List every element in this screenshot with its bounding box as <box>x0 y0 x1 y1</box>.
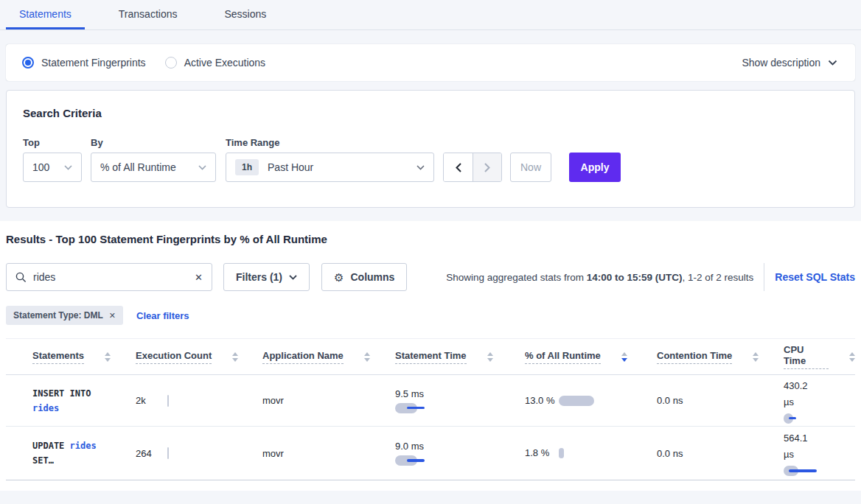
column-header-execution-count[interactable]: Execution Count <box>136 350 262 364</box>
results-section: Results - Top 100 Statement Fingerprints… <box>0 221 861 491</box>
time-range-label: Time Range <box>226 137 443 148</box>
remove-filter-icon[interactable]: ✕ <box>109 311 116 321</box>
chevron-right-icon <box>484 163 490 172</box>
apply-button[interactable]: Apply <box>569 153 621 182</box>
sort-icon <box>232 352 238 362</box>
pct-of-all-runtime-cell: 13.0 % <box>525 392 657 410</box>
filters-button-label: Filters (1) <box>236 271 282 283</box>
table-row: UPDATE rides SET… 264 movr 9.0 ms 1.8 % <box>6 427 855 480</box>
time-range-prev-button[interactable] <box>444 153 473 181</box>
statement-time-cell: 9.0 ms <box>395 441 525 466</box>
time-range-pager <box>443 153 502 182</box>
top-select[interactable]: 100 <box>23 153 82 182</box>
divider <box>764 263 764 291</box>
aggregated-stats-text: Showing aggregated stats from 14:00 to 1… <box>446 272 753 283</box>
sql-activity-page: Statements Transactions Sessions Stateme… <box>0 0 861 504</box>
column-header-cpu-time[interactable]: CPU Time <box>784 344 855 369</box>
show-description-label: Show description <box>742 57 820 69</box>
search-input-value: rides <box>33 271 55 283</box>
sort-icon <box>621 352 627 362</box>
now-button[interactable]: Now <box>510 153 551 182</box>
application-name-cell: movr <box>262 395 395 406</box>
results-heading: Results - Top 100 Statement Fingerprints… <box>6 233 855 245</box>
statement-time-bar <box>395 403 442 413</box>
radio-active-executions[interactable]: Active Executions <box>165 57 266 69</box>
column-header-statements[interactable]: Statements <box>32 350 136 364</box>
columns-button[interactable]: ⚙ Columns <box>321 263 407 291</box>
column-header-application-name[interactable]: Application Name <box>262 350 395 364</box>
show-description-toggle[interactable]: Show description <box>742 57 837 69</box>
top-select-value: 100 <box>32 161 49 173</box>
table-header-row: Statements Execution Count Application N… <box>6 338 855 375</box>
columns-button-label: Columns <box>350 271 394 283</box>
chevron-down-icon <box>828 60 837 66</box>
radio-statement-fingerprints[interactable]: Statement Fingerprints <box>22 57 146 69</box>
by-select[interactable]: % of All Runtime <box>91 153 216 182</box>
pct-runtime-bar <box>559 448 564 458</box>
stats-time-range: 14:00 to 15:59 (UTC) <box>587 272 683 283</box>
contention-time-cell: 0.0 ns <box>657 395 784 406</box>
tab-sessions[interactable]: Sessions <box>211 0 279 29</box>
search-input[interactable]: rides ✕ <box>6 263 212 291</box>
table-name-link[interactable]: rides <box>70 441 97 451</box>
by-select-value: % of All Runtime <box>100 161 176 173</box>
statement-fingerprint-link[interactable]: UPDATE rides SET… <box>32 438 136 468</box>
radio-selected-icon <box>22 57 34 69</box>
active-filters-row: Statement Type: DML ✕ Clear filters <box>6 306 855 325</box>
tab-statements[interactable]: Statements <box>6 0 85 29</box>
time-range-value: Past Hour <box>268 161 313 173</box>
search-icon <box>15 272 27 283</box>
search-criteria-panel: Search Criteria Top 100 By % of All Runt… <box>6 90 855 208</box>
sort-icon <box>849 352 855 362</box>
chevron-down-icon <box>289 275 297 280</box>
clear-search-icon[interactable]: ✕ <box>195 272 203 283</box>
column-header-contention-time[interactable]: Contention Time <box>657 350 784 364</box>
application-name-cell: movr <box>262 448 395 459</box>
pct-of-all-runtime-cell: 1.8 % <box>525 444 657 462</box>
statements-table: Statements Execution Count Application N… <box>6 338 855 480</box>
reset-sql-stats-link[interactable]: Reset SQL Stats <box>775 271 855 283</box>
cpu-time-bar <box>784 413 831 424</box>
table-row: INSERT INTO rides 2k movr 9.5 ms 13.0 % <box>6 375 855 427</box>
main-tabs: Statements Transactions Sessions <box>0 0 861 30</box>
sort-icon <box>753 352 759 362</box>
execution-count-bar <box>167 447 169 459</box>
statement-time-cell: 9.5 ms <box>395 388 525 413</box>
chevron-down-icon <box>416 165 425 170</box>
view-toggle-bar: Statement Fingerprints Active Executions… <box>6 44 855 81</box>
time-range-select[interactable]: 1h Past Hour <box>226 153 434 182</box>
statement-fingerprint-link[interactable]: INSERT INTO rides <box>32 386 136 416</box>
statement-time-bar <box>395 455 442 466</box>
filter-pill-label: Statement Type: DML <box>13 310 103 321</box>
table-name-link[interactable]: rides <box>32 403 59 413</box>
pct-runtime-bar <box>559 396 594 406</box>
radio-label: Active Executions <box>184 57 266 69</box>
contention-time-cell: 0.0 ns <box>657 448 784 459</box>
chevron-down-icon <box>198 165 206 170</box>
filters-button[interactable]: Filters (1) <box>223 263 310 291</box>
by-label: By <box>91 137 226 148</box>
execution-count-cell: 264 <box>136 447 262 459</box>
execution-count-cell: 2k <box>136 395 262 407</box>
column-header-pct-of-all-runtime[interactable]: % of All Runtime <box>525 350 657 364</box>
time-range-next-button[interactable] <box>473 153 501 181</box>
clear-filters-link[interactable]: Clear filters <box>136 310 189 321</box>
filter-pill-statement-type[interactable]: Statement Type: DML ✕ <box>6 306 123 325</box>
chevron-left-icon <box>456 163 461 172</box>
gear-icon: ⚙ <box>334 272 344 283</box>
top-label: Top <box>23 137 91 148</box>
chevron-down-icon <box>64 165 72 170</box>
time-range-badge: 1h <box>235 159 259 175</box>
radio-label: Statement Fingerprints <box>41 57 146 69</box>
cpu-time-cell: 430.2 µs <box>784 378 855 424</box>
tab-transactions[interactable]: Transactions <box>105 0 191 29</box>
sort-icon <box>487 352 493 362</box>
sort-icon <box>364 352 370 362</box>
column-header-statement-time[interactable]: Statement Time <box>395 350 525 364</box>
radio-unselected-icon <box>165 57 177 69</box>
execution-count-bar <box>167 395 169 407</box>
search-criteria-title: Search Criteria <box>23 107 838 119</box>
results-controls: rides ✕ Filters (1) ⚙ Columns Showing ag… <box>6 263 855 291</box>
sort-icon <box>105 352 111 362</box>
cpu-time-bar <box>784 466 831 476</box>
